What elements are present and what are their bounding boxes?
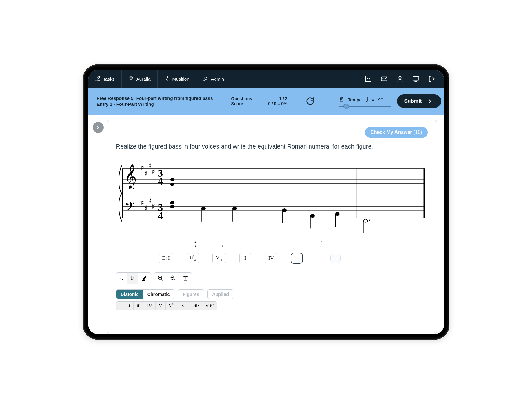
rn-cell-5-active[interactable]	[291, 253, 303, 264]
user-icon[interactable]	[396, 75, 404, 83]
palette-I[interactable]: I	[116, 302, 124, 310]
key-label: E:	[162, 255, 167, 261]
exercise-title-1: Free Response 5: Four-part writing from …	[97, 96, 213, 101]
tempo-equals: =	[372, 97, 375, 102]
display-icon[interactable]	[412, 75, 420, 83]
exercise-title-block: Free Response 5: Four-part writing from …	[97, 95, 213, 107]
svg-point-0	[131, 77, 131, 78]
figured-bass-2: 65	[216, 241, 229, 247]
mail-icon[interactable]	[380, 75, 388, 83]
first-rn: I	[168, 255, 170, 261]
seg-figures: Figures	[178, 290, 204, 299]
svg-line-52	[161, 279, 162, 280]
nav-right-icons	[356, 70, 444, 88]
svg-point-39	[232, 207, 236, 210]
nav-tab-musition[interactable]: Musition	[158, 70, 196, 88]
nav-tab-admin[interactable]: Admin	[196, 70, 231, 88]
reload-icon[interactable]	[306, 96, 314, 107]
metronome-icon	[339, 96, 344, 104]
palette-segments: Diatonic Chromatic Figures Applied	[116, 289, 428, 299]
seg-chromatic[interactable]: Chromatic	[143, 290, 174, 299]
questions-label: Questions:	[231, 96, 259, 101]
svg-point-2	[399, 77, 401, 79]
palette-ii[interactable]: ii	[124, 302, 134, 310]
check-count: (10)	[413, 130, 422, 135]
top-nav: Tasks Auralia Musition Admin	[88, 70, 444, 88]
logout-icon[interactable]	[428, 75, 435, 83]
nav-tab-auralia[interactable]: Auralia	[122, 70, 158, 88]
svg-text:♯: ♯	[140, 163, 144, 172]
figured-bass-5: 7	[315, 241, 328, 247]
palette-vi[interactable]: vi	[179, 302, 189, 310]
svg-point-31	[170, 178, 174, 181]
svg-text:𝄢: 𝄢	[124, 200, 134, 217]
tempo-slider[interactable]	[339, 106, 391, 107]
submit-button[interactable]: Submit	[397, 94, 442, 108]
content-area: Check My Answer (10) Realize the figured…	[88, 115, 444, 334]
rn-cell-1[interactable]: ii42	[187, 253, 199, 263]
treble-icon	[164, 76, 170, 82]
svg-point-37	[201, 207, 205, 210]
device-frame: Tasks Auralia Musition Admin	[83, 64, 449, 340]
nav-label: Admin	[211, 76, 224, 82]
check-label: Check My Answer	[370, 130, 413, 135]
tool-zoom-out[interactable]	[167, 273, 179, 284]
figured-bass-4	[270, 241, 282, 247]
rn-palette: I ii iii IV V V64- vi vii° vii⌀7	[116, 301, 217, 311]
time-sig-bot: 4	[158, 176, 163, 187]
expand-panel-button[interactable]	[93, 122, 104, 133]
submit-label: Submit	[404, 98, 422, 104]
nav-tab-tasks[interactable]: Tasks	[88, 70, 122, 88]
tool-trash[interactable]	[179, 273, 192, 284]
rn-cell-4[interactable]: IV	[265, 253, 277, 263]
score-value: 0 / 0 = 0%	[266, 101, 288, 106]
seg-applied: Applied	[208, 290, 233, 299]
svg-text:♯: ♯	[152, 167, 155, 176]
tempo-control: Tempo ♩ = 90	[339, 96, 391, 107]
tool-eraser[interactable]	[138, 273, 151, 284]
palette-viio[interactable]: vii°	[189, 302, 203, 310]
nav-label: Musition	[172, 76, 189, 82]
svg-rect-3	[413, 77, 418, 80]
music-score[interactable]: 𝄞 𝄢 ♯♯♯♯ ♯♯♯♯ 3 4 3 4	[116, 157, 428, 233]
rn-cell-2[interactable]: V65	[212, 253, 226, 263]
svg-line-56	[174, 279, 175, 280]
palette-iii[interactable]: iii	[134, 302, 144, 310]
tool-note-entry[interactable]: ♫	[116, 273, 127, 284]
svg-point-45	[335, 212, 339, 215]
svg-text:♯: ♯	[144, 204, 148, 212]
score-label: Score:	[231, 101, 259, 106]
svg-point-43	[310, 214, 314, 217]
key-and-first-rn[interactable]: E: I	[159, 253, 173, 263]
ear-icon	[128, 76, 134, 82]
svg-text:♯: ♯	[148, 197, 152, 205]
info-bar: Free Response 5: Four-part writing from …	[88, 88, 444, 115]
question-stats: Questions: 1 / 2 Score: 0 / 0 = 0%	[231, 96, 288, 106]
palette-V64[interactable]: V64-	[166, 302, 179, 310]
exercise-card: Check My Answer (10) Realize the figured…	[107, 120, 437, 334]
seg-diatonic[interactable]: Diatonic	[116, 290, 143, 299]
roman-numeral-answer-row: E: I ii42 V65 I IV	[116, 253, 428, 264]
check-answer-button[interactable]: Check My Answer (10)	[365, 127, 427, 138]
nav-label: Tasks	[103, 76, 115, 82]
palette-viio7[interactable]: vii⌀7	[203, 302, 217, 310]
palette-IV[interactable]: IV	[144, 302, 156, 310]
rn-cell-3[interactable]: I	[239, 253, 251, 263]
figured-bass-1: 42	[189, 241, 202, 247]
palette-V[interactable]: V	[156, 302, 166, 310]
questions-value: 1 / 2	[266, 96, 288, 101]
edit-icon	[95, 76, 101, 82]
tempo-value: 90	[378, 97, 383, 102]
figured-bass-3	[243, 241, 255, 247]
rn-cell-6[interactable]	[330, 254, 341, 263]
graph-icon[interactable]	[365, 75, 372, 83]
svg-text:♯: ♯	[140, 199, 144, 207]
tool-rn-entry[interactable]: I6	[127, 273, 138, 284]
screen: Tasks Auralia Musition Admin	[88, 70, 444, 334]
tool-zoom-in[interactable]	[154, 273, 167, 284]
exercise-title-2: Entry 1 - Four-Part Writing	[97, 101, 213, 107]
prompt-text: Realize the figured bass in four voices …	[116, 138, 428, 157]
wrench-icon	[203, 76, 208, 82]
svg-text:♯: ♯	[144, 169, 148, 178]
svg-point-34	[170, 201, 174, 204]
